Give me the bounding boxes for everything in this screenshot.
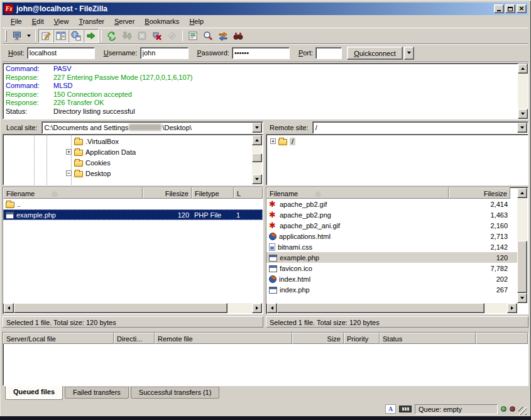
remote-vscroll-thumb[interactable] <box>517 241 527 293</box>
site-manager-button[interactable] <box>9 29 25 43</box>
local-tree-scroll-thumb[interactable] <box>252 153 262 162</box>
remote-vscroll-down[interactable] <box>517 293 527 303</box>
file-search-button[interactable] <box>200 29 216 43</box>
menu-item-server[interactable]: Server <box>109 16 140 26</box>
file-size-cell: 267 <box>449 286 510 294</box>
local-selection-status: Selected 1 file. Total size: 120 bytes <box>3 316 263 328</box>
local-site-combo[interactable]: C:\Documents and Settings\Desktop\ <box>41 121 263 134</box>
menu-item-edit[interactable]: Edit <box>27 16 49 26</box>
local-site-combo-arrow[interactable] <box>252 123 262 133</box>
queue-column-size[interactable]: Size <box>292 333 344 344</box>
log-line-text: 227 Entering Passive Mode (127,0,0,1,6,1… <box>53 74 192 82</box>
remote-hscroll-left[interactable] <box>267 303 277 313</box>
column-header-filesize[interactable]: Filesize <box>143 187 192 199</box>
local-file-row[interactable]: .. <box>3 199 263 209</box>
toggle-message-log-button[interactable] <box>38 29 53 43</box>
local-tree-item[interactable]: −Desktop <box>66 168 263 179</box>
reconnect-button[interactable] <box>165 29 180 43</box>
local-hscroll-thumb[interactable] <box>14 303 227 313</box>
directory-filter-button[interactable] <box>185 29 200 43</box>
queue-column-status[interactable]: Status <box>380 333 476 344</box>
local-file-row[interactable]: example.php120PHP File1 <box>3 209 263 220</box>
expand-icon[interactable]: + <box>66 149 72 155</box>
local-tree-item[interactable]: +Application Data <box>66 146 263 157</box>
remote-file-row[interactable]: apache_pb2.png1,463 <box>266 209 518 220</box>
queue-column-directi[interactable]: Directi... <box>114 333 155 344</box>
synchronized-browsing-button[interactable] <box>216 29 231 43</box>
close-button[interactable]: ✕ <box>517 4 527 13</box>
toggle-transfer-queue-button[interactable] <box>84 29 99 43</box>
transfer-queue-icon <box>86 31 96 41</box>
remote-file-row[interactable]: index.php267 <box>266 284 518 295</box>
menu-item-bookmarks[interactable]: Bookmarks <box>140 16 184 26</box>
username-input[interactable] <box>140 47 189 59</box>
local-hscroll-right[interactable] <box>252 303 262 313</box>
remote-file-row[interactable]: favicon.ico7,782 <box>266 263 518 274</box>
local-tree: .VirtualBox+Application DataCookies−Desk… <box>3 134 263 185</box>
toggle-local-tree-button[interactable] <box>53 29 68 43</box>
password-input[interactable] <box>232 47 290 59</box>
tab-failed-transfers[interactable]: Failed transfers <box>65 387 129 399</box>
sync-browsing-icon <box>218 31 228 41</box>
remote-list-body: apache_pb2.gif2,414apache_pb2.png1,463ap… <box>266 199 518 304</box>
local-hscroll-left[interactable] <box>4 303 14 313</box>
host-input[interactable] <box>27 47 95 59</box>
remote-tree-root[interactable]: + / <box>270 136 528 146</box>
transfer-type-icon[interactable]: A <box>385 404 396 414</box>
quickconnect-dropdown[interactable] <box>404 47 414 60</box>
tab-queued-files[interactable]: Queued files <box>5 386 63 400</box>
remote-file-row[interactable]: apache_pb2_ani.gif2,160 <box>266 220 518 231</box>
port-input[interactable] <box>315 47 342 59</box>
local-tree-item[interactable]: .VirtualBox <box>66 136 263 146</box>
column-header-filesize[interactable]: Filesize <box>449 187 510 199</box>
toggle-remote-tree-button[interactable] <box>68 29 84 43</box>
local-tree-item[interactable]: Cookies <box>66 157 263 168</box>
minimize-button[interactable] <box>494 4 504 13</box>
folder-icon <box>278 139 287 145</box>
menu-item-view[interactable]: View <box>49 16 74 26</box>
column-header-l[interactable]: L <box>234 187 263 199</box>
tab-successful-transfers-[interactable]: Successful transfers (1) <box>131 387 220 399</box>
remote-hscroll-thumb[interactable] <box>277 303 484 313</box>
column-header-filename[interactable]: Filename <box>266 187 449 199</box>
expand-icon[interactable]: + <box>270 138 276 144</box>
remote-file-row[interactable]: bitnami.css2,142 <box>266 241 518 252</box>
queue-column-remotefile[interactable]: Remote file <box>155 333 292 344</box>
disconnect-button[interactable] <box>150 29 165 43</box>
remote-file-row[interactable]: applications.html2,713 <box>266 231 518 241</box>
menu-item-file[interactable]: File <box>6 16 27 26</box>
local-tree-scroll-up[interactable] <box>252 135 262 145</box>
remote-site-combo-arrow[interactable] <box>517 123 527 133</box>
file-name: example.php <box>16 211 56 219</box>
log-scroll-down[interactable] <box>518 109 528 119</box>
remote-file-row[interactable]: index.html202 <box>266 274 518 284</box>
process-queue-button[interactable] <box>119 29 134 43</box>
local-tree-scroll-down[interactable] <box>252 174 262 184</box>
maximize-button[interactable] <box>505 4 515 13</box>
resize-grip[interactable] <box>518 407 527 415</box>
remote-site-combo[interactable]: / <box>312 121 528 134</box>
queue-column-serverlocalfile[interactable]: Server/Local file <box>3 333 114 344</box>
refresh-button[interactable] <box>104 29 119 43</box>
menu-item-help[interactable]: Help <box>184 16 209 26</box>
queue-column-priority[interactable]: Priority <box>344 333 380 344</box>
toolbar-grip[interactable] <box>5 30 7 41</box>
column-header-filetype[interactable]: Filetype <box>192 187 234 199</box>
remote-vscroll-up[interactable] <box>517 188 527 198</box>
remote-hscroll-right[interactable] <box>507 303 517 313</box>
quickconnect-bar: Host: Username: Password: Port: Quickcon… <box>3 43 528 62</box>
speed-limits-icon[interactable] <box>399 406 412 412</box>
log-scroll-up[interactable] <box>518 64 528 74</box>
cancel-operation-button[interactable] <box>134 29 150 43</box>
close-icon: ✕ <box>519 6 524 12</box>
compare-directories-button[interactable] <box>231 29 246 43</box>
quickconnect-button[interactable]: Quickconnect <box>347 47 403 60</box>
log-scroll-track[interactable] <box>518 74 528 109</box>
column-header-filename[interactable]: Filename <box>3 187 143 199</box>
remote-file-row[interactable]: apache_pb2.gif2,414 <box>266 199 518 209</box>
site-manager-dropdown[interactable] <box>25 29 33 43</box>
window-bottom-edge <box>0 416 531 420</box>
menu-item-transfer[interactable]: Transfer <box>74 16 109 26</box>
collapse-icon[interactable]: − <box>66 170 72 176</box>
remote-file-row[interactable]: example.php120 <box>266 252 518 263</box>
